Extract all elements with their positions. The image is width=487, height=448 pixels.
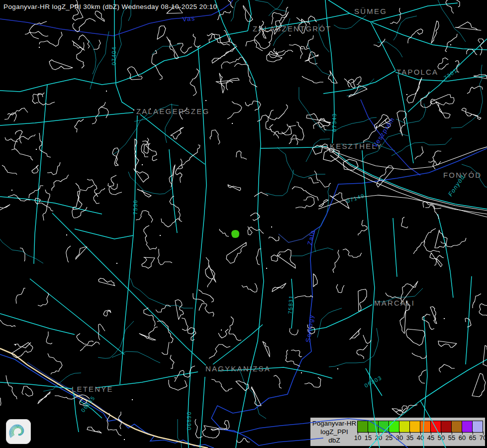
village-outline [94,188,105,204]
village-outline [175,300,184,320]
city-label-letenye: LETENYE [72,385,113,393]
main-road-line [369,359,487,448]
main-road-line [398,75,413,163]
village-outline [333,250,339,273]
village-outline [206,257,215,287]
village-outline [412,353,426,358]
county-name-label: Veszprém [371,115,396,149]
village-outline [248,226,264,235]
stream-line [89,40,96,74]
village-outline [343,249,362,257]
village-outline [11,149,33,160]
village-outline [148,327,158,338]
village-outline [170,355,174,368]
main-road-line [371,22,395,71]
village-outline [291,350,302,357]
village-outline [306,35,313,49]
village-outline [0,315,15,327]
village-dot [15,344,16,345]
village-outline [294,296,313,298]
main-road-line [393,218,397,277]
village-dot [450,44,451,45]
village-outline [229,317,241,340]
main-road-line [0,314,75,335]
road-number-label: 7301 [443,67,459,81]
main-road-line [30,279,124,354]
village-outline [202,426,219,438]
city-label-zalaszentgrt: ZALASZENTGRÓT [253,24,332,33]
village-outline [226,242,246,263]
village-outline [306,113,331,123]
stream-line [317,308,342,337]
village-outline [94,40,100,49]
village-outline [274,125,296,135]
village-outline [188,328,196,340]
village-dot [39,47,40,48]
village-outline [77,42,84,68]
village-outline [29,21,47,39]
village-outline [46,332,52,344]
city-label-zalaegerszeg: ZALAEGERSZEG [136,107,209,115]
village-outline [421,92,435,108]
village-outline [483,345,487,366]
village-outline [295,197,314,208]
village-outline [171,127,184,139]
county-name-label: Somogy [304,314,315,342]
village-outline [76,183,94,191]
main-road-line [372,22,487,50]
village-outline [134,169,149,182]
village-outline [406,329,425,345]
stream-line [347,79,374,96]
village-outline [439,364,455,372]
village-outline [20,248,25,261]
village-outline [72,41,85,50]
village-outline [286,350,300,366]
main-road-line [328,0,458,22]
stream-line [299,87,325,132]
village-outline [397,111,406,136]
village-outline [438,58,449,69]
county-name-label: Vas [182,14,195,23]
village-outline [435,230,447,248]
main-road-line [423,316,427,448]
village-outline [257,105,288,121]
village-outline [49,60,73,70]
village-outline [176,159,183,183]
village-outline [302,76,323,83]
village-outline [455,22,481,30]
village-outline [271,254,281,261]
village-outline [430,307,437,324]
village-outline [48,353,62,374]
village-outline [300,46,307,59]
village-outline [436,102,450,118]
village-outline [272,7,288,24]
stream-line [378,42,402,57]
village-dot [271,226,272,227]
village-outline [109,175,122,195]
village-outline [87,427,101,433]
main-road-line [261,146,327,148]
village-dot [406,94,407,95]
stream-line [269,0,292,16]
road-number-label: 07149 [346,193,366,204]
village-outline [38,293,49,306]
village-outline [254,192,268,197]
village-outline [304,377,321,387]
village-outline [137,189,151,197]
village-outline [319,200,328,207]
village-outline [39,32,62,46]
village-outline [92,102,105,124]
village-outline [219,229,229,236]
village-outline [386,293,401,299]
village-outline [158,249,172,265]
village-outline [32,165,38,173]
village-outline [478,39,484,55]
radar-display: Poganyvar-HR logZ_PPI 30km (dbZ) Wednesd… [0,0,487,448]
village-outline [103,310,111,316]
village-outline [415,146,423,159]
stream-line [306,139,330,162]
village-outline [167,37,179,59]
main-road-line [120,115,137,384]
village-outline [178,145,200,169]
village-dot [124,439,125,440]
